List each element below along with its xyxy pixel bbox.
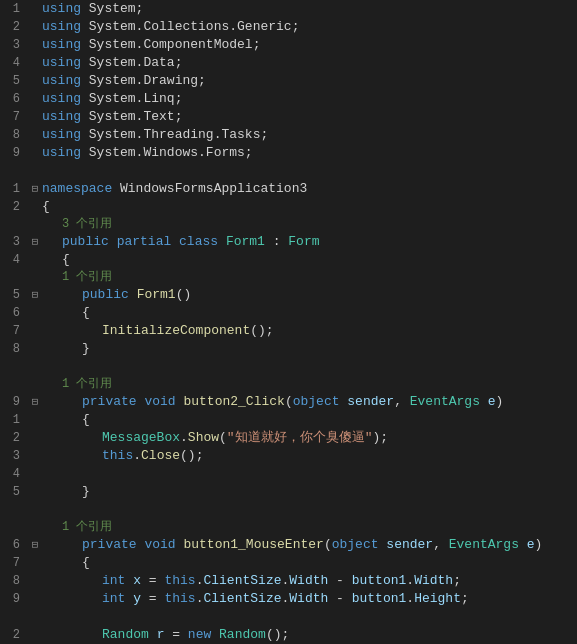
type-token: Random — [102, 627, 149, 642]
line-number: 3 — [0, 233, 28, 251]
fold-button[interactable]: ⊟ — [28, 233, 42, 251]
plain-token: = — [141, 591, 164, 606]
line-number: 1 — [0, 411, 28, 429]
line-number: 9 — [0, 590, 28, 608]
line-content: using System.Windows.Forms; — [42, 144, 577, 162]
line-content: } — [42, 340, 577, 358]
code-line: 1⊟namespace WindowsFormsApplication3 — [0, 180, 577, 198]
fold-button[interactable]: ⊟ — [28, 180, 42, 198]
code-line — [0, 608, 577, 626]
code-line: 5⊟public Form1() — [0, 286, 577, 304]
kw-token: using — [42, 55, 81, 70]
kw-token: namespace — [42, 181, 112, 196]
fold-button[interactable]: ⊟ — [28, 286, 42, 304]
type-token: Random — [219, 627, 266, 642]
code-line: 9⊟private void button2_Click(object send… — [0, 393, 577, 411]
param-token: y — [133, 591, 141, 606]
meta-line: 1 个引用 — [0, 269, 577, 286]
code-line: 2Random r = new Random(); — [0, 626, 577, 644]
code-line: 6using System.Linq; — [0, 90, 577, 108]
prop-token: Width — [289, 591, 328, 606]
code-line: 4{ — [0, 251, 577, 269]
plain-token: ; — [461, 591, 469, 606]
line-content: this.Close(); — [42, 447, 577, 465]
plain-token: , — [433, 537, 449, 552]
line-content: using System; — [42, 0, 577, 18]
line-number: 5 — [0, 286, 28, 304]
line-number: 7 — [0, 108, 28, 126]
line-number: 6 — [0, 304, 28, 322]
line-number: 4 — [0, 251, 28, 269]
reference-count: 1 个引用 — [42, 376, 112, 393]
line-content: { — [42, 251, 577, 269]
line-content: using System.Collections.Generic; — [42, 18, 577, 36]
type-token: Form1 — [226, 234, 265, 249]
code-line — [0, 162, 577, 180]
plain-token: ) — [535, 537, 543, 552]
meta-line: 3 个引用 — [0, 216, 577, 233]
code-line: 6{ — [0, 304, 577, 322]
line-number: 6 — [0, 90, 28, 108]
param-token: sender — [386, 537, 433, 552]
code-line: 3this.Close(); — [0, 447, 577, 465]
kw-token: class — [179, 234, 218, 249]
plain-token: - — [328, 591, 351, 606]
plain-token: System; — [81, 1, 143, 16]
line-content: private void button2_Click(object sender… — [42, 393, 577, 411]
kw-token: public — [82, 287, 129, 302]
plain-token: = — [164, 627, 187, 642]
line-content: namespace WindowsFormsApplication3 — [42, 180, 577, 198]
kw-token: using — [42, 1, 81, 16]
plain-token: { — [62, 252, 70, 267]
code-line: 2using System.Collections.Generic; — [0, 18, 577, 36]
reference-count: 1 个引用 — [42, 269, 112, 286]
kw-token: private — [82, 537, 137, 552]
kw-token: using — [42, 127, 81, 142]
code-line: 1{ — [0, 411, 577, 429]
plain-token: { — [82, 555, 90, 570]
reference-count: 1 个引用 — [42, 519, 112, 536]
code-line: 7{ — [0, 554, 577, 572]
plain-token: System.Collections.Generic; — [81, 19, 299, 34]
code-line — [0, 501, 577, 519]
line-content: using System.ComponentModel; — [42, 36, 577, 54]
plain-token: () — [176, 287, 192, 302]
line-number: 2 — [0, 626, 28, 644]
param-token: sender — [347, 394, 394, 409]
plain-token: System.Threading.Tasks; — [81, 127, 268, 142]
plain-token: System.Data; — [81, 55, 182, 70]
plain-token: = — [141, 573, 164, 588]
kw-token: using — [42, 37, 81, 52]
type-token: EventArgs — [410, 394, 480, 409]
line-content: using System.Drawing; — [42, 72, 577, 90]
line-content: { — [42, 304, 577, 322]
plain-token: (); — [180, 448, 203, 463]
plain-token: System.Text; — [81, 109, 182, 124]
plain-token — [519, 537, 527, 552]
fold-button[interactable]: ⊟ — [28, 393, 42, 411]
line-content: private void button1_MouseEnter(object s… — [42, 536, 577, 554]
fold-button[interactable]: ⊟ — [28, 536, 42, 554]
line-content: using System.Text; — [42, 108, 577, 126]
prop-token: Width — [414, 573, 453, 588]
line-number: 8 — [0, 126, 28, 144]
kw-token: new — [188, 627, 211, 642]
line-content: MessageBox.Show("知道就好，你个臭傻逼"); — [42, 429, 577, 447]
line-number: 5 — [0, 483, 28, 501]
plain-token: - — [328, 573, 351, 588]
line-content: using System.Threading.Tasks; — [42, 126, 577, 144]
plain-token: ( — [219, 430, 227, 445]
line-number: 9 — [0, 144, 28, 162]
kw-token: this — [102, 448, 133, 463]
kw-token: void — [144, 394, 175, 409]
code-line: 9int y = this.ClientSize.Width - button1… — [0, 590, 577, 608]
plain-token: System.ComponentModel; — [81, 37, 260, 52]
plain-token: (); — [266, 627, 289, 642]
param-token: e — [527, 537, 535, 552]
type-token: EventArgs — [449, 537, 519, 552]
line-content: int y = this.ClientSize.Width - button1.… — [42, 590, 577, 608]
line-content: } — [42, 483, 577, 501]
line-number: 2 — [0, 198, 28, 216]
plain-token: ) — [496, 394, 504, 409]
plain-token: : — [265, 234, 288, 249]
